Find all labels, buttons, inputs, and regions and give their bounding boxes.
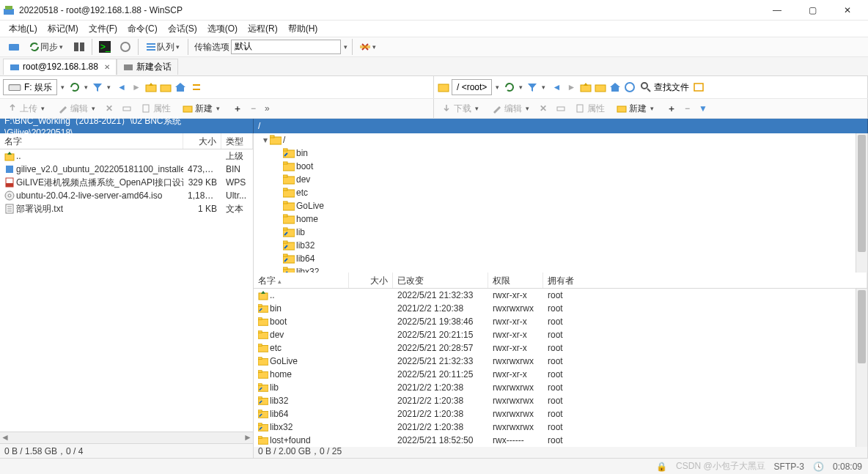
lock-icon[interactable]: 🔒	[656, 462, 667, 472]
local-up-icon[interactable]	[144, 81, 158, 94]
browse-toggle-icon[interactable]	[70, 39, 89, 55]
menu-item-2[interactable]: 文件(F)	[84, 21, 122, 37]
hscroll-left-icon[interactable]: ◄	[0, 432, 10, 443]
rename-local-icon[interactable]	[119, 102, 135, 115]
tree-item[interactable]: home	[254, 212, 856, 226]
remote-home-icon[interactable]	[608, 81, 622, 94]
col-changed-remote[interactable]: 已改变	[393, 273, 488, 288]
list-item[interactable]: etc2022/5/21 20:28:57rwxr-xr-xroot	[254, 341, 856, 355]
list-item[interactable]: GiLIVE港机视频点播系统_OpenAPI接口设计说...329 KBWPS	[0, 176, 253, 189]
remote-folder-icon[interactable]	[437, 81, 450, 94]
add-local-icon[interactable]: ＋	[230, 101, 245, 116]
download-button[interactable]: 下载▾	[438, 101, 483, 116]
list-item[interactable]: bin2021/2/2 1:20:38rwxrwxrwxroot	[254, 302, 856, 315]
props-remote-button[interactable]: 属性	[572, 101, 608, 116]
local-root-icon[interactable]	[159, 81, 172, 94]
tree-twisty-icon[interactable]	[274, 174, 283, 185]
remote-filter-icon[interactable]	[526, 81, 539, 94]
list-item[interactable]: ubuntu-20.04.2-live-server-amd64.iso1,18…	[0, 189, 253, 202]
close-button[interactable]: ✕	[836, 1, 859, 19]
col-type-local[interactable]: 类型	[221, 133, 253, 149]
remote-file-list[interactable]: ..2022/5/21 21:32:33rwxr-xr-xrootbin2021…	[254, 289, 856, 447]
menu-item-5[interactable]: 选项(O)	[203, 21, 242, 37]
menu-item-1[interactable]: 标记(M)	[43, 21, 83, 37]
session-tab-active[interactable]: root@192.168.1.88 ✕	[3, 59, 117, 75]
minus-remote-icon[interactable]: −	[682, 102, 693, 115]
tree-item[interactable]: lib64	[254, 252, 856, 265]
menu-item-7[interactable]: 帮助(H)	[284, 21, 323, 37]
local-drive-combo[interactable]: F: 娱乐	[3, 79, 57, 95]
sync-browse-icon[interactable]	[116, 39, 135, 55]
col-name-remote[interactable]: 名字 ▴	[254, 273, 349, 288]
list-item[interactable]: lib322021/2/2 1:20:38rwxrwxrwxroot	[254, 394, 856, 407]
props-local-button[interactable]: 属性	[138, 101, 174, 116]
find-files-label[interactable]: 查找文件	[654, 81, 689, 94]
tree-scrollbar[interactable]	[856, 133, 867, 292]
menu-item-4[interactable]: 会话(S)	[163, 21, 202, 37]
tree-twisty-icon[interactable]	[274, 188, 283, 198]
tree-item[interactable]: lib32	[254, 239, 856, 252]
drive-dropdown-icon[interactable]: ▾	[59, 83, 67, 92]
tree-item[interactable]: GoLive	[254, 199, 856, 212]
list-item[interactable]: boot2022/5/21 19:38:46rwxr-xr-xroot	[254, 315, 856, 328]
list-item[interactable]: libx322021/2/2 1:20:38rwxrwxrwxroot	[254, 421, 856, 434]
remote-path-combo[interactable]: / <root>	[452, 79, 492, 95]
list-item[interactable]: dev2022/5/21 20:21:15rwxr-xr-xroot	[254, 328, 856, 341]
tree-item[interactable]: lib	[254, 226, 856, 239]
remote-fwd-icon[interactable]: ►	[564, 81, 578, 94]
tree-twisty-icon[interactable]	[274, 240, 283, 251]
files-scrollbar[interactable]	[856, 289, 867, 447]
menu-item-6[interactable]: 远程(R)	[243, 21, 282, 37]
local-back-icon[interactable]: ◄	[115, 81, 128, 94]
remote-dropdown-icon[interactable]: ▾	[493, 83, 501, 92]
tree-twisty-icon[interactable]	[274, 214, 283, 224]
add-remote-icon[interactable]: ＋	[664, 101, 679, 116]
tree-twisty-icon[interactable]	[274, 227, 283, 237]
menu-item-3[interactable]: 命令(C)	[123, 21, 162, 37]
local-sync-dirs-icon[interactable]	[190, 81, 203, 94]
menu-item-0[interactable]: 本地(L)	[4, 21, 42, 37]
rename-remote-icon[interactable]	[553, 102, 569, 115]
local-file-list[interactable]: ..上级gilive_v2.0_ubuntu_202205181100_inst…	[0, 149, 253, 432]
col-size-local[interactable]: 大小	[183, 133, 221, 149]
list-item[interactable]: GoLive2022/5/21 21:32:33rwxrwxrwxroot	[254, 355, 856, 368]
new-session-tab[interactable]: 新建会话	[117, 59, 178, 75]
local-fwd-icon[interactable]: ►	[130, 81, 143, 94]
tree-twisty-icon[interactable]: ▾	[261, 135, 270, 145]
find-icon[interactable]	[639, 81, 652, 94]
minimize-button[interactable]: —	[765, 1, 789, 19]
remote-bookmark-icon[interactable]	[623, 81, 636, 94]
list-item[interactable]: ..2022/5/21 21:32:33rwxr-xr-xroot	[254, 289, 856, 302]
disconnect-icon[interactable]: ▾	[356, 39, 381, 55]
session-icon[interactable]	[4, 39, 23, 55]
tree-item[interactable]: bin	[254, 147, 856, 160]
remote-breadcrumb[interactable]: /	[254, 119, 868, 133]
remote-sync-dirs-icon[interactable]	[692, 81, 705, 94]
list-item[interactable]: ..上级	[0, 149, 253, 163]
tree-twisty-icon[interactable]	[274, 161, 283, 171]
new-local-button[interactable]: 新建▾	[180, 101, 224, 116]
local-breadcrumb[interactable]: F:\BNC_Working（2018-2021）\02 BNC系统\Giliv…	[0, 119, 254, 133]
col-size-remote[interactable]: 大小	[349, 273, 393, 288]
tree-item[interactable]: boot	[254, 160, 856, 173]
minus-local-icon[interactable]: −	[248, 102, 259, 115]
tab-close-icon[interactable]: ✕	[101, 63, 110, 71]
list-item[interactable]: lib2021/2/2 1:20:38rwxrwxrwxroot	[254, 381, 856, 394]
remote-root-icon[interactable]	[594, 81, 607, 94]
local-refresh-icon[interactable]	[68, 81, 81, 94]
edit-remote-button[interactable]: 编辑▾	[489, 101, 534, 116]
tree-twisty-icon[interactable]	[274, 148, 283, 158]
edit-local-button[interactable]: 编辑▾	[55, 101, 100, 116]
list-item[interactable]: lib642021/2/2 1:20:38rwxrwxrwxroot	[254, 407, 856, 421]
maximize-button[interactable]: ▢	[801, 1, 824, 19]
list-item[interactable]: 部署说明.txt1 KB文本	[0, 202, 253, 215]
transfer-options-combo[interactable]: 默认	[231, 40, 341, 54]
remote-back-icon[interactable]: ◄	[550, 81, 563, 94]
queue-button[interactable]: 队列 ▾	[141, 39, 185, 55]
list-item[interactable]: lost+found2022/5/21 18:52:50rwx------roo…	[254, 434, 856, 447]
remote-tree[interactable]: ▾/ bin boot dev etc GoLive home lib lib3…	[254, 133, 856, 292]
local-filter-icon[interactable]	[91, 81, 104, 94]
tree-item[interactable]: dev	[254, 173, 856, 186]
tree-twisty-icon[interactable]	[274, 201, 283, 211]
tree-item[interactable]: ▾/	[254, 133, 856, 147]
